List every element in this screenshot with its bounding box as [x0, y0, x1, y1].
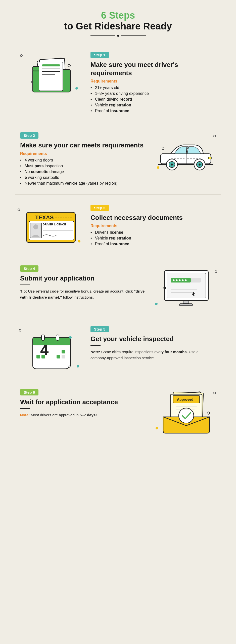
- step3-badge: Step 3: [90, 205, 109, 211]
- svg-rect-58: [41, 355, 45, 358]
- svg-point-9: [68, 64, 70, 67]
- svg-rect-23: [208, 157, 211, 159]
- svg-point-39: [173, 279, 175, 281]
- svg-rect-48: [183, 301, 189, 304]
- step5-content: Step 5 Get your vehicle inspected Note: …: [85, 326, 221, 361]
- svg-rect-36: [167, 273, 206, 298]
- divider-dot: [117, 35, 119, 37]
- dot-outline-3: [18, 209, 20, 211]
- dot-outline-6: [213, 392, 216, 394]
- step4-image: [151, 265, 221, 308]
- list-item: 21+ years old: [90, 86, 216, 90]
- svg-point-42: [182, 279, 184, 281]
- step2-badge: Step 2: [20, 132, 38, 139]
- step2-section: Step 2 Make sure your car meets requirem…: [15, 125, 221, 195]
- svg-text:TEXAS: TEXAS: [35, 214, 54, 221]
- list-item: 4 working doors: [20, 158, 146, 163]
- svg-rect-60: [62, 355, 65, 358]
- step5-divider: [90, 345, 101, 346]
- list-item: Must pass inspection: [20, 164, 146, 168]
- step3-req-list: Driver's license Vehicle registration Pr…: [90, 230, 216, 246]
- step1-image: [15, 52, 85, 95]
- dot-yellow-2: [157, 166, 159, 169]
- svg-point-43: [185, 279, 187, 281]
- list-item: 5 working seatbelts: [20, 175, 146, 180]
- envelope-svg: Approved: [158, 389, 213, 434]
- step5-title: Get your vehicle inspected: [90, 335, 216, 343]
- title-green: 6 Steps: [15, 10, 221, 21]
- car-svg: [156, 132, 216, 173]
- title-black: to Get Rideshare Ready: [15, 21, 221, 32]
- svg-rect-59: [62, 350, 65, 353]
- step2-content: Step 2 Make sure your car meets requirem…: [15, 132, 151, 187]
- step1-badge: Step 1: [90, 52, 109, 58]
- dot-outline-1: [20, 54, 23, 57]
- calendar-svg: 4: [24, 326, 77, 371]
- dot-teal-4: [155, 303, 158, 305]
- step6-badge: Step 6: [20, 389, 38, 395]
- step6-section: Approved Step 6 Wait for application acc…: [15, 382, 221, 442]
- step6-title: Wait for application acceptance: [20, 398, 146, 406]
- svg-rect-49: [179, 304, 193, 306]
- folder-svg: [25, 52, 75, 95]
- step4-content: Step 4 Submit your application Tip: Use …: [15, 265, 151, 300]
- step2-req-label: Requirements: [20, 151, 146, 156]
- dot-outline-5: [19, 329, 21, 332]
- step5-note: Note: Some cities require inspections ev…: [90, 349, 216, 361]
- svg-rect-61: [57, 355, 60, 358]
- list-item: Vehicle registration: [90, 103, 216, 107]
- step4-badge: Step 4: [20, 265, 38, 272]
- list-item: Clean driving record: [90, 97, 216, 102]
- list-item: 1–3+ years driving experience: [90, 91, 216, 96]
- svg-point-31: [33, 224, 38, 229]
- step3-content: Step 3 Collect necessary documents Requi…: [85, 205, 221, 248]
- dot-outline-4: [215, 270, 217, 273]
- step5-image: 4: [15, 326, 85, 371]
- svg-point-68: [179, 408, 194, 423]
- step6-image: Approved: [151, 389, 221, 434]
- svg-text:Approved: Approved: [177, 397, 193, 401]
- step4-title: Submit your application: [20, 274, 146, 283]
- step6-note: Note: Most drivers are approved in 5–7 d…: [20, 412, 146, 418]
- dot-teal-5: [77, 365, 79, 368]
- list-item: Newer than maximum vehicle age (varies b…: [20, 181, 146, 186]
- svg-point-41: [179, 279, 181, 281]
- svg-point-62: [69, 336, 72, 339]
- list-item: Vehicle registration: [90, 236, 216, 240]
- step3-section: TEXAS DRIVER LICENCE Step: [15, 197, 221, 256]
- step3-req-label: Requirements: [90, 224, 216, 228]
- step2-image: [151, 132, 221, 173]
- step4-divider: [20, 285, 30, 285]
- svg-rect-55: [56, 335, 59, 340]
- step1-req-label: Requirements: [90, 79, 216, 84]
- step4-note: Tip: Use referral code for incentive bon…: [20, 288, 146, 300]
- svg-point-40: [176, 279, 178, 281]
- svg-text:DRIVER LICENCE: DRIVER LICENCE: [43, 223, 66, 226]
- step6-content: Step 6 Wait for application acceptance N…: [15, 389, 151, 418]
- dot-yellow-3: [78, 240, 80, 243]
- step1-content: Step 1 Make sure you meet driver's requi…: [85, 52, 221, 114]
- svg-rect-8: [42, 64, 60, 66]
- page-container: 6 Steps to Get Rideshare Ready: [0, 0, 236, 455]
- dot-outline-2: [213, 135, 216, 137]
- step3-image: TEXAS DRIVER LICENCE: [15, 205, 85, 245]
- title-divider: [90, 35, 146, 37]
- dot-yellow-6: [156, 427, 158, 429]
- step5-badge: Step 5: [90, 326, 109, 332]
- list-item: No cosmetic damage: [20, 170, 146, 174]
- step2-title: Make sure your car meets requirements: [20, 141, 146, 149]
- list-item: Driver's license: [90, 230, 216, 235]
- svg-rect-57: [36, 355, 40, 358]
- monitor-svg: [158, 265, 213, 308]
- list-item: Proof of insurance: [90, 109, 216, 113]
- step1-section: Step 1 Make sure you meet driver's requi…: [15, 44, 221, 122]
- svg-point-71: [207, 412, 210, 414]
- svg-rect-54: [41, 335, 44, 340]
- step2-req-list: 4 working doors Must pass inspection No …: [20, 158, 146, 186]
- step1-req-list: 21+ years old 1–3+ years driving experie…: [90, 86, 216, 113]
- dot-teal-1: [75, 87, 78, 90]
- svg-point-19: [171, 164, 173, 166]
- svg-point-24: [162, 148, 164, 150]
- step6-divider: [20, 408, 30, 409]
- license-svg: TEXAS DRIVER LICENCE: [23, 205, 78, 245]
